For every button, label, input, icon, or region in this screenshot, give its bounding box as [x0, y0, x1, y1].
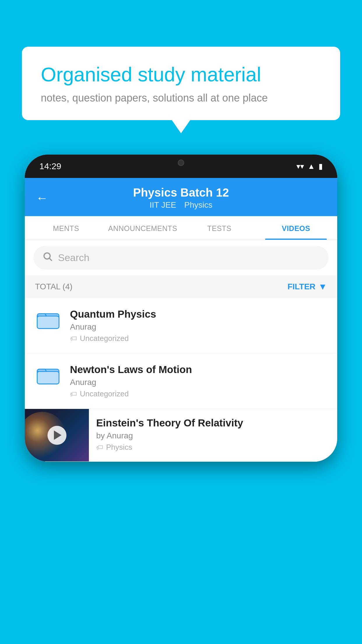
svg-rect-3 [37, 316, 59, 329]
signal-icon: ▲ [307, 162, 315, 171]
video-title: Quantum Physics [70, 308, 328, 320]
folder-icon [36, 308, 60, 332]
search-placeholder: Search [58, 252, 89, 263]
svg-rect-5 [37, 372, 59, 384]
tag-icon: 🏷 [96, 443, 103, 452]
phone-screen: ← Physics Batch 12 IIT JEE Physics MENTS… [25, 178, 337, 462]
batch-subtitle: IIT JEE Physics [133, 200, 229, 210]
status-icons: ▾▾ ▲ ▮ [296, 162, 323, 171]
folder-thumbnail [34, 308, 63, 332]
tag-icon: 🏷 [70, 390, 77, 398]
folder-thumbnail [34, 364, 63, 387]
filter-bar: TOTAL (4) FILTER ▼ [25, 275, 337, 298]
video-author: by Anurag [96, 431, 330, 440]
video-thumbnail-image [25, 409, 89, 461]
total-count: TOTAL (4) [35, 282, 73, 291]
svg-point-0 [44, 253, 50, 259]
speech-bubble-subtitle: notes, question papers, solutions all at… [41, 92, 321, 104]
battery-icon: ▮ [319, 162, 323, 171]
batch-subject: Physics [184, 200, 212, 209]
search-bar[interactable]: Search [34, 246, 328, 270]
video-title: Newton's Laws of Motion [70, 364, 328, 375]
tag-label: Uncategorized [80, 389, 129, 398]
list-item[interactable]: Quantum Physics Anurag 🏷 Uncategorized [25, 298, 337, 354]
tabs-bar: MENTS ANNOUNCEMENTS TESTS VIDEOS [25, 216, 337, 240]
back-button[interactable]: ← [36, 191, 48, 205]
tag-icon: 🏷 [70, 335, 77, 343]
speech-bubble-section: Organised study material notes, question… [22, 47, 340, 120]
video-tag: 🏷 Uncategorized [70, 334, 328, 343]
speech-bubble-title: Organised study material [41, 63, 321, 87]
wifi-icon: ▾▾ [296, 162, 304, 171]
phone-frame: 14:29 ▾▾ ▲ ▮ ← Physics Batch 12 IIT JEE … [25, 155, 337, 462]
tag-label: Uncategorized [80, 334, 129, 343]
play-triangle-icon [54, 430, 61, 440]
video-info: Einstein's Theory Of Relativity by Anura… [89, 409, 337, 460]
status-bar: 14:29 ▾▾ ▲ ▮ [25, 155, 337, 178]
video-info: Newton's Laws of Motion Anurag 🏷 Uncateg… [70, 364, 328, 398]
filter-label: FILTER [287, 282, 315, 291]
video-tag: 🏷 Uncategorized [70, 389, 328, 398]
play-button[interactable] [48, 426, 66, 445]
video-author: Anurag [70, 378, 328, 387]
list-item[interactable]: Newton's Laws of Motion Anurag 🏷 Uncateg… [25, 354, 337, 409]
header-title-block: Physics Batch 12 IIT JEE Physics [133, 186, 229, 210]
phone-notch [161, 155, 201, 171]
tag-label: Physics [106, 443, 132, 452]
camera [178, 160, 184, 166]
video-author: Anurag [70, 322, 328, 332]
video-title: Einstein's Theory Of Relativity [96, 417, 330, 429]
filter-button[interactable]: FILTER ▼ [287, 282, 327, 292]
list-item[interactable]: Einstein's Theory Of Relativity by Anura… [25, 409, 337, 462]
tab-announcements[interactable]: ANNOUNCEMENTS [104, 216, 181, 240]
phone-wrapper: 14:29 ▾▾ ▲ ▮ ← Physics Batch 12 IIT JEE … [25, 155, 337, 644]
tab-tests[interactable]: TESTS [181, 216, 258, 240]
video-tag: 🏷 Physics [96, 443, 330, 452]
tab-ments[interactable]: MENTS [28, 216, 104, 240]
tab-videos[interactable]: VIDEOS [258, 216, 334, 240]
batch-category: IIT JEE [150, 200, 176, 209]
phone-time: 14:29 [39, 161, 61, 171]
video-info: Quantum Physics Anurag 🏷 Uncategorized [70, 308, 328, 343]
speech-bubble: Organised study material notes, question… [22, 47, 340, 120]
video-list: Quantum Physics Anurag 🏷 Uncategorized [25, 298, 337, 462]
search-icon [42, 251, 53, 264]
svg-line-1 [50, 258, 52, 261]
batch-title: Physics Batch 12 [133, 186, 229, 199]
app-header: ← Physics Batch 12 IIT JEE Physics [25, 178, 337, 216]
search-container: Search [25, 240, 337, 275]
folder-icon [36, 364, 60, 387]
filter-funnel-icon: ▼ [318, 282, 327, 292]
